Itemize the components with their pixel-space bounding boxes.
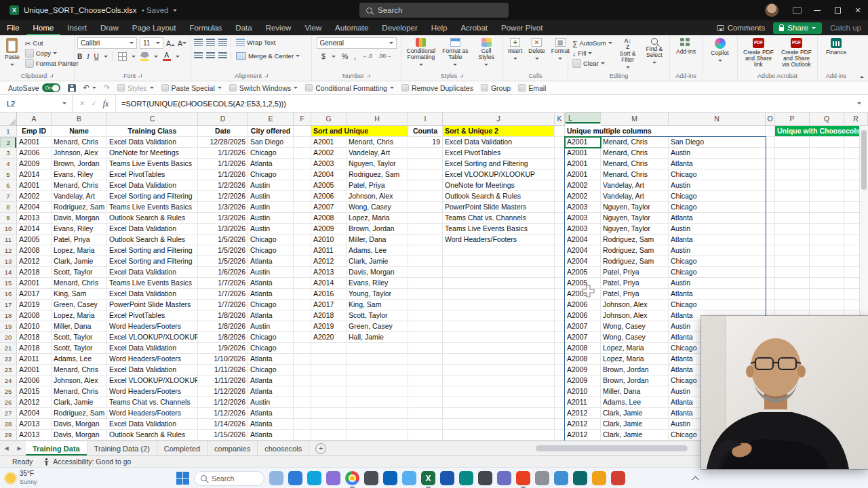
cell-L1[interactable]: Unique multiple columns: [565, 126, 766, 137]
borders-icon[interactable]: [118, 52, 127, 61]
cell-K28[interactable]: [555, 419, 565, 430]
cell-D22[interactable]: 1/10/2026: [198, 354, 248, 365]
cell-F16[interactable]: [294, 289, 311, 300]
column-header-J[interactable]: J: [443, 113, 555, 126]
cell-M10[interactable]: Nguyen, Taylor: [601, 224, 669, 235]
cell-H6[interactable]: Patel, Priya: [347, 180, 408, 191]
cell-J23[interactable]: [443, 365, 555, 375]
format-as-table-button[interactable]: Format as Table: [440, 37, 471, 68]
cut-button[interactable]: ✂Cut: [24, 38, 80, 48]
taskbar-app-icon[interactable]: [497, 471, 511, 485]
cell-P14[interactable]: [775, 267, 810, 278]
cell-K22[interactable]: [555, 354, 565, 365]
cell-A3[interactable]: A2006: [17, 148, 52, 159]
cell-J3[interactable]: Excel PivotTables: [443, 148, 555, 159]
cell-E23[interactable]: Chicago: [248, 365, 294, 375]
align-middle-icon[interactable]: [206, 39, 215, 46]
cell-B7[interactable]: Vandelay, Art: [52, 191, 107, 202]
cell-C19[interactable]: Word Headers/Footers: [107, 321, 198, 332]
cell-O3[interactable]: [766, 148, 775, 159]
autosum-button[interactable]: ∑AutoSum: [571, 38, 614, 48]
cell-P12[interactable]: [775, 245, 810, 256]
cell-L23[interactable]: A2009: [565, 365, 601, 375]
cell-D14[interactable]: 1/6/2026: [198, 267, 248, 278]
cell-M20[interactable]: Wong, Casey: [601, 332, 669, 343]
row-header-4[interactable]: 4: [0, 159, 17, 169]
cell-I10[interactable]: [408, 224, 443, 235]
row-header-9[interactable]: 9: [0, 213, 17, 224]
cell-B19[interactable]: Miller, Dana: [52, 321, 107, 332]
cell-E22[interactable]: Atlanta: [248, 354, 294, 365]
cell-C27[interactable]: Word Headers/Footers: [107, 408, 198, 419]
cell-N8[interactable]: Chicago: [669, 202, 766, 213]
row-header-15[interactable]: 15: [0, 278, 17, 289]
editing-group-label[interactable]: Editing: [571, 71, 667, 81]
cell-I13[interactable]: [408, 256, 443, 267]
cell-C11[interactable]: Outlook Search & Rules: [107, 235, 198, 245]
cell-H18[interactable]: Scott, Taylor: [347, 310, 408, 321]
cell-J6[interactable]: OneNote for Meetings: [443, 180, 555, 191]
cell-C29[interactable]: Outlook Search & Rules: [107, 430, 198, 441]
sheet-nav-left-icon[interactable]: ◀: [0, 441, 13, 455]
fill-button[interactable]: ↓Fill: [571, 48, 614, 58]
cell-C2[interactable]: Excel Data Validation: [107, 137, 198, 148]
cell-E13[interactable]: Atlanta: [248, 256, 294, 267]
cell-C17[interactable]: PowerPoint Slide Masters: [107, 300, 198, 310]
cell-H5[interactable]: Rodriguez, Sam: [347, 169, 408, 180]
cell-B16[interactable]: King, Sam: [52, 289, 107, 300]
create-pdf-share-link-button[interactable]: PDFCreate PDF and Share link: [741, 37, 776, 68]
cell-G21[interactable]: [311, 343, 347, 354]
cell-L8[interactable]: A2003: [565, 202, 601, 213]
cell-K10[interactable]: [555, 224, 565, 235]
cell-F20[interactable]: [294, 332, 311, 343]
cell-J10[interactable]: Teams Live Events Basics: [443, 224, 555, 235]
cell-A6[interactable]: A2001: [17, 180, 52, 191]
row-header-24[interactable]: 24: [0, 375, 17, 386]
cell-F6[interactable]: [294, 180, 311, 191]
start-button[interactable]: [176, 472, 189, 485]
qat-styles[interactable]: Styles: [117, 84, 154, 92]
cell-K21[interactable]: [555, 343, 565, 354]
cell-J20[interactable]: [443, 332, 555, 343]
cell-E12[interactable]: Chicago: [248, 245, 294, 256]
cell-M17[interactable]: Johnson, Alex: [601, 300, 669, 310]
cell-M2[interactable]: Menard, Chris: [601, 137, 669, 148]
cell-C28[interactable]: Excel Data Validation: [107, 419, 198, 430]
cell-G18[interactable]: A2018: [311, 310, 347, 321]
ribbon-tab-formulas[interactable]: Formulas: [182, 20, 229, 35]
ribbon-tab-power-pivot[interactable]: Power Pivot: [494, 20, 549, 35]
cell-O7[interactable]: [766, 191, 775, 202]
cell-C6[interactable]: Excel Data Validation: [107, 180, 198, 191]
minimize-button[interactable]: [807, 0, 827, 20]
sort-filter-button[interactable]: A↓ZSort & Filter: [616, 37, 640, 71]
row-header-3[interactable]: 3: [0, 148, 17, 159]
cell-O16[interactable]: [766, 289, 775, 300]
cell-I17[interactable]: [408, 300, 443, 310]
cell-B21[interactable]: Scott, Taylor: [52, 343, 107, 354]
column-header-R[interactable]: R: [844, 113, 868, 126]
currency-button[interactable]: $: [321, 52, 326, 60]
taskbar-app-icon[interactable]: [554, 471, 568, 485]
cell-K13[interactable]: [555, 256, 565, 267]
taskbar-app-icon[interactable]: [459, 471, 473, 485]
cell-E14[interactable]: Austin: [248, 267, 294, 278]
cell-D29[interactable]: 1/15/2026: [198, 430, 248, 441]
cell-P15[interactable]: [775, 278, 810, 289]
cell-B25[interactable]: Menard, Chris: [52, 386, 107, 397]
cell-F15[interactable]: [294, 278, 311, 289]
cell-D27[interactable]: 1/12/2026: [198, 408, 248, 419]
cell-G4[interactable]: A2003: [311, 159, 347, 169]
insert-cells-button[interactable]: +Insert: [506, 37, 524, 62]
cell-A28[interactable]: A2013: [17, 419, 52, 430]
cell-F10[interactable]: [294, 224, 311, 235]
cell-H3[interactable]: Vandelay, Art: [347, 148, 408, 159]
cell-D13[interactable]: 1/5/2026: [198, 256, 248, 267]
cell-K5[interactable]: [555, 169, 565, 180]
cell-F17[interactable]: [294, 300, 311, 310]
row-header-18[interactable]: 18: [0, 310, 17, 321]
cell-M4[interactable]: Menard, Chris: [601, 159, 669, 169]
cell-J12[interactable]: [443, 245, 555, 256]
taskbar-app-icon[interactable]: [402, 471, 416, 485]
cell-Q4[interactable]: [810, 159, 844, 169]
cell-D11[interactable]: 1/5/2026: [198, 235, 248, 245]
